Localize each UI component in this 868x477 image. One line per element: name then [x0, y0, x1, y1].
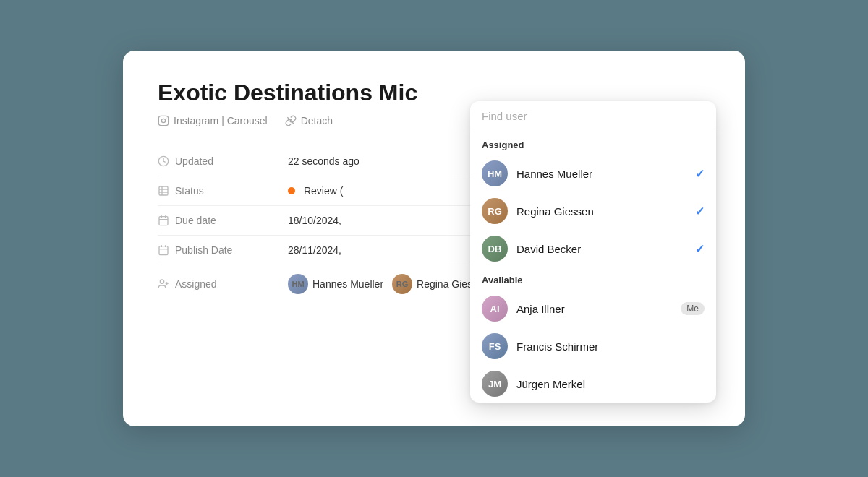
available-users-list: AI Anja Illner Me FS Francis Schirmer JM…	[470, 290, 716, 403]
check-icon: ✓	[695, 167, 705, 181]
dropdown-available-item[interactable]: AI Anja Illner Me	[470, 290, 716, 327]
svg-rect-0	[158, 116, 168, 125]
avatar: HM	[288, 274, 308, 294]
page-title: Exotic Destinations Mic	[158, 80, 505, 106]
svg-line-3	[287, 117, 294, 124]
platform-label: Instagram | Carousel	[174, 115, 268, 126]
calendar-publish-icon	[158, 244, 169, 256]
available-section-label: Available	[470, 267, 716, 290]
check-icon: ✓	[695, 205, 705, 218]
check-icon: ✓	[695, 242, 705, 256]
dropdown-assigned-item[interactable]: DB David Becker ✓	[470, 230, 716, 267]
dropdown-avatar: HM	[482, 160, 508, 186]
updated-label: Updated	[175, 155, 213, 167]
publish-date-label-container: Publish Date	[158, 244, 288, 256]
assigned-label-container: Assigned	[158, 278, 288, 290]
avatar: RG	[392, 274, 412, 294]
instagram-icon	[158, 115, 169, 126]
assigned-user-item: HM Hannes Mueller	[288, 274, 383, 294]
svg-point-2	[166, 118, 166, 119]
assigned-user-name: Hannes Mueller	[312, 278, 383, 290]
status-icon	[158, 185, 169, 197]
svg-rect-9	[159, 217, 168, 225]
dropdown-assigned-item[interactable]: RG Regina Giessen ✓	[470, 192, 716, 230]
dropdown-item-name: Regina Giessen	[516, 205, 686, 218]
dropdown-assigned-item[interactable]: HM Hannes Mueller ✓	[470, 155, 716, 192]
dropdown-avatar: RG	[482, 198, 508, 224]
svg-point-17	[160, 280, 163, 283]
dropdown-avatar: AI	[482, 296, 508, 322]
svg-point-1	[161, 119, 165, 122]
main-card: Exotic Destinations Mic Instagram | Caro…	[123, 51, 745, 426]
dropdown-item-name: Anja Illner	[516, 303, 672, 315]
status-label: Status	[175, 185, 204, 197]
svg-rect-5	[159, 186, 168, 195]
clock-icon	[158, 155, 169, 167]
detach-label[interactable]: Detach	[301, 115, 333, 126]
dropdown-avatar: FS	[482, 333, 508, 359]
assigned-section-label: Assigned	[470, 132, 716, 155]
dropdown-item-name: Jürgen Merkel	[516, 378, 705, 390]
detach-icon	[285, 115, 297, 126]
status-label-container: Status	[158, 185, 288, 197]
dropdown-item-name: Francis Schirmer	[516, 340, 705, 353]
due-date-label-container: Due date	[158, 215, 288, 226]
calendar-due-icon	[158, 215, 169, 226]
dropdown-item-name: Hannes Mueller	[516, 168, 686, 180]
dropdown-item-name: David Becker	[516, 243, 686, 255]
dropdown-avatar: JM	[482, 371, 508, 397]
user-dropdown: Assigned HM Hannes Mueller ✓ RG Regina G…	[470, 101, 716, 403]
svg-rect-13	[159, 246, 168, 255]
detach-meta[interactable]: Detach	[285, 115, 333, 126]
me-badge: Me	[681, 302, 705, 315]
due-date-label: Due date	[175, 215, 216, 226]
dropdown-available-item[interactable]: FS Francis Schirmer	[470, 327, 716, 365]
updated-label-container: Updated	[158, 155, 288, 167]
dropdown-search-container	[470, 101, 716, 132]
assigned-users-list: HM Hannes Mueller ✓ RG Regina Giessen ✓ …	[470, 155, 716, 267]
platform-meta: Instagram | Carousel	[158, 115, 268, 126]
dropdown-avatar: DB	[482, 236, 508, 262]
dropdown-available-item[interactable]: JM Jürgen Merkel	[470, 365, 716, 403]
find-user-input[interactable]	[482, 110, 705, 122]
status-dot	[288, 187, 295, 194]
assigned-label: Assigned	[175, 278, 217, 290]
publish-date-label: Publish Date	[175, 244, 232, 256]
assigned-icon	[158, 278, 169, 290]
